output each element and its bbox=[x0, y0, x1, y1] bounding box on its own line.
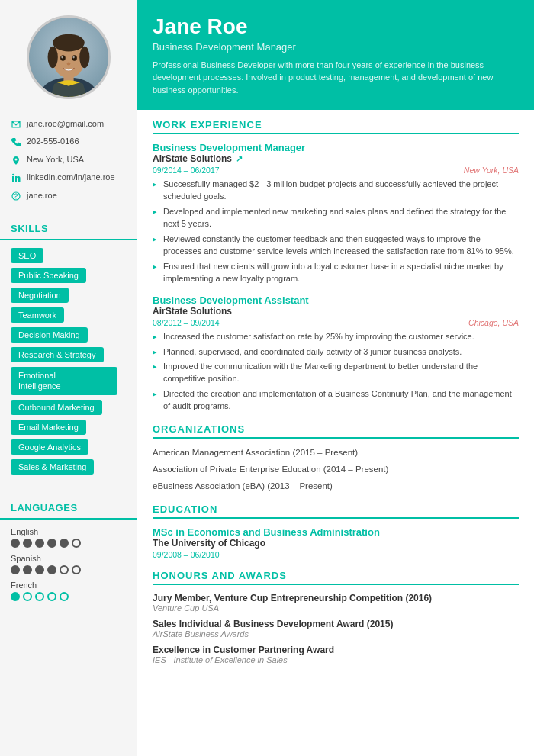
edu-school: The University of Chicago bbox=[153, 538, 519, 549]
job-1-link-icon: ↗ bbox=[236, 154, 243, 164]
header-title: Business Development Manager bbox=[153, 41, 519, 53]
job-2-company: AirState Solutions bbox=[153, 306, 519, 317]
dot bbox=[35, 565, 44, 574]
skill-negotiation: Negotiation bbox=[11, 288, 69, 303]
bullet: Reviewed constantly the customer feedbac… bbox=[153, 233, 519, 258]
svg-point-7 bbox=[79, 47, 89, 68]
avatar-container bbox=[0, 0, 137, 111]
job-2-title: Business Development Assistant bbox=[153, 294, 519, 306]
edu-degree: MSc in Economics and Business Administra… bbox=[153, 526, 519, 538]
dot bbox=[60, 565, 69, 574]
phone-icon bbox=[11, 137, 21, 147]
job-1-meta: 09/2014 – 06/2017 New York, USA bbox=[153, 166, 519, 175]
language-english: English bbox=[11, 527, 127, 548]
award-1-source: Venture Cup USA bbox=[153, 603, 519, 613]
education-title: EDUCATION bbox=[153, 503, 519, 519]
job-2-dates: 08/2012 – 09/2014 bbox=[153, 318, 220, 327]
skills-section: SKILLS SEO Public Speaking Negotiation T… bbox=[0, 215, 137, 484]
bullet: Ensured that new clients will grow into … bbox=[153, 261, 519, 285]
dot bbox=[47, 565, 56, 574]
skill-decision-making: Decision Making bbox=[11, 327, 88, 343]
skills-title: SKILLS bbox=[0, 215, 137, 240]
skype-text: jane.roe bbox=[27, 190, 57, 201]
job-2-location: Chicago, USA bbox=[468, 318, 519, 327]
svg-point-9 bbox=[72, 55, 77, 61]
dot bbox=[35, 539, 44, 548]
skill-research-strategy: Research & Strategy bbox=[11, 347, 104, 362]
org-3: eBusiness Association (eBA) (2013 – Pres… bbox=[153, 480, 519, 492]
location-text: New York, USA bbox=[27, 154, 84, 166]
job-2-meta: 08/2012 – 09/2014 Chicago, USA bbox=[153, 318, 519, 327]
contact-phone: 202-555-0166 bbox=[11, 136, 127, 147]
avatar bbox=[27, 15, 111, 99]
org-1: American Management Association (2015 – … bbox=[153, 446, 519, 458]
header-banner: Jane Roe Business Development Manager Pr… bbox=[137, 0, 534, 110]
spanish-label: Spanish bbox=[11, 554, 127, 563]
contact-skype: jane.roe bbox=[11, 190, 127, 201]
svg-point-14 bbox=[12, 174, 14, 176]
work-experience-title: WORK EXPERIENCE bbox=[153, 119, 519, 134]
dot bbox=[23, 592, 32, 601]
job-1-location: New York, USA bbox=[464, 166, 519, 175]
contact-section: jane.roe@gmail.com 202-555-0166 New York… bbox=[0, 111, 137, 215]
award-3-title: Excellence in Customer Partnering Award bbox=[153, 645, 519, 655]
skill-emotional-intelligence: EmotionalIntelligence bbox=[11, 367, 117, 395]
award-2-source: AirState Business Awards bbox=[153, 629, 519, 639]
org-2: Association of Private Enterprise Educat… bbox=[153, 463, 519, 475]
honours-section: HONOURS AND AWARDS Jury Member, Venture … bbox=[153, 570, 519, 664]
svg-point-12 bbox=[67, 63, 71, 66]
skill-email-marketing: Email Marketing bbox=[11, 420, 86, 435]
english-dots bbox=[11, 539, 127, 548]
award-3: Excellence in Customer Partnering Award … bbox=[153, 645, 519, 664]
email-text: jane.roe@gmail.com bbox=[27, 118, 104, 130]
dot bbox=[23, 539, 32, 548]
dot bbox=[47, 592, 56, 601]
dot bbox=[35, 592, 44, 601]
bullet: Improved the communication with the Mark… bbox=[153, 361, 519, 385]
spanish-dots bbox=[11, 565, 127, 574]
job-2: Business Development Assistant AirState … bbox=[153, 294, 519, 413]
svg-point-10 bbox=[61, 56, 63, 59]
organizations-section: ORGANIZATIONS American Management Associ… bbox=[153, 423, 519, 492]
dot bbox=[72, 565, 81, 574]
award-2-title: Sales Individual & Business Development … bbox=[153, 619, 519, 629]
svg-point-8 bbox=[60, 55, 66, 61]
french-dots bbox=[11, 592, 127, 601]
award-1: Jury Member, Venture Cup Entrepreneurshi… bbox=[153, 593, 519, 613]
contact-email: jane.roe@gmail.com bbox=[11, 118, 127, 130]
dot bbox=[11, 592, 20, 601]
job-1-dates: 09/2014 – 06/2017 bbox=[153, 166, 220, 175]
bullet: Developed and implemented new marketing … bbox=[153, 206, 519, 230]
dot bbox=[11, 565, 20, 574]
award-3-source: IES - Institute of Excellence in Sales bbox=[153, 655, 519, 664]
dot bbox=[23, 565, 32, 574]
resume-container: jane.roe@gmail.com 202-555-0166 New York… bbox=[0, 0, 534, 756]
languages-title: LANGUAGES bbox=[0, 494, 137, 520]
svg-point-5 bbox=[53, 34, 85, 52]
skype-icon bbox=[11, 191, 21, 201]
bullet: Increased the customer satisfaction rate… bbox=[153, 331, 519, 343]
skill-outbound-marketing: Outbound Marketing bbox=[11, 400, 102, 415]
job-1-bullets: Successfully managed $2 - 3 million budg… bbox=[153, 179, 519, 285]
contact-linkedin: linkedin.com/in/jane.roe bbox=[11, 172, 127, 183]
svg-rect-13 bbox=[12, 176, 14, 182]
bullet: Directed the creation and implementation… bbox=[153, 388, 519, 413]
svg-point-11 bbox=[72, 56, 74, 59]
languages-container: English Spanish bbox=[0, 527, 137, 601]
email-icon bbox=[11, 119, 21, 130]
skill-public-speaking: Public Speaking bbox=[11, 268, 86, 283]
award-1-title: Jury Member, Venture Cup Entrepreneurshi… bbox=[153, 593, 519, 603]
bullet: Planned, supervised, and coordinated dai… bbox=[153, 346, 519, 359]
honours-title: HONOURS AND AWARDS bbox=[153, 570, 519, 585]
job-1: Business Development Manager AirState So… bbox=[153, 142, 519, 285]
skills-container: SEO Public Speaking Negotiation Teamwork… bbox=[0, 248, 137, 484]
header-name: Jane Roe bbox=[153, 14, 519, 40]
bullet: Successfully managed $2 - 3 million budg… bbox=[153, 179, 519, 203]
sidebar: jane.roe@gmail.com 202-555-0166 New York… bbox=[0, 0, 137, 756]
contact-location: New York, USA bbox=[11, 154, 127, 166]
edu-dates: 09/2008 – 06/2010 bbox=[153, 550, 519, 559]
svg-point-6 bbox=[48, 47, 58, 68]
french-label: French bbox=[11, 581, 127, 590]
language-spanish: Spanish bbox=[11, 554, 127, 574]
main-content: Jane Roe Business Development Manager Pr… bbox=[137, 0, 534, 756]
